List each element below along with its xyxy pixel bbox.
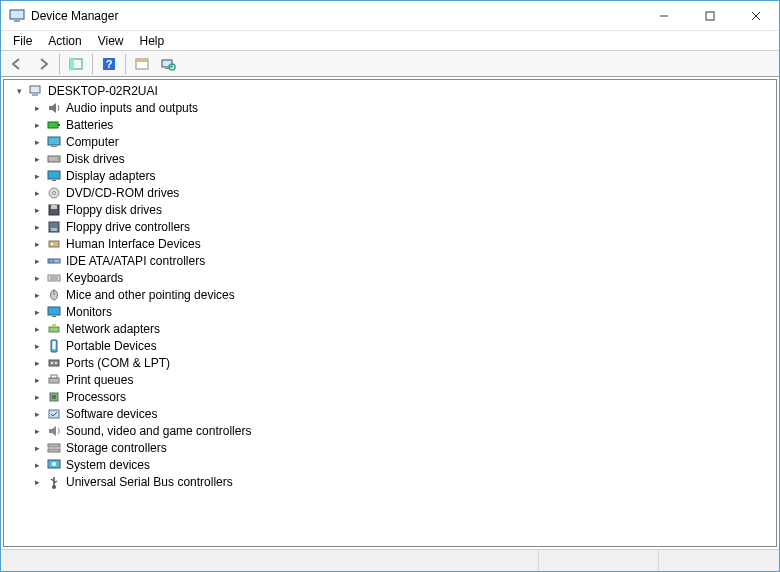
expander-icon[interactable]: ▸ <box>30 390 44 404</box>
tree-category-node[interactable]: ▸Floppy drive controllers <box>8 218 776 235</box>
expander-icon[interactable]: ▸ <box>30 322 44 336</box>
tree-node-label: Software devices <box>66 407 157 421</box>
svg-rect-1 <box>14 20 20 22</box>
tree-category-node[interactable]: ▸Batteries <box>8 116 776 133</box>
forward-button[interactable] <box>31 53 55 75</box>
optical-icon <box>46 185 62 201</box>
expander-icon[interactable]: ▸ <box>30 135 44 149</box>
ide-icon <box>46 253 62 269</box>
svg-rect-19 <box>48 137 60 145</box>
tree-category-node[interactable]: ▸Mice and other pointing devices <box>8 286 776 303</box>
tree-category-node[interactable]: ▸Computer <box>8 133 776 150</box>
svg-rect-7 <box>70 59 74 69</box>
menu-action[interactable]: Action <box>40 33 89 49</box>
menu-file[interactable]: File <box>5 33 40 49</box>
show-hide-console-tree-button[interactable] <box>64 53 88 75</box>
toolbar-separator <box>92 54 93 74</box>
minimize-button[interactable] <box>641 1 687 30</box>
expander-icon[interactable]: ▸ <box>30 339 44 353</box>
hid-icon <box>46 236 62 252</box>
tree-node-label: Ports (COM & LPT) <box>66 356 170 370</box>
expander-icon[interactable]: ▸ <box>30 101 44 115</box>
expander-icon[interactable]: ▸ <box>30 356 44 370</box>
menubar: File Action View Help <box>1 31 779 51</box>
expander-icon[interactable]: ▸ <box>30 169 44 183</box>
svg-rect-54 <box>49 410 59 418</box>
tree-node-label: Floppy drive controllers <box>66 220 190 234</box>
back-button[interactable] <box>5 53 29 75</box>
tree-category-node[interactable]: ▸Software devices <box>8 405 776 422</box>
tree-category-node[interactable]: ▸Processors <box>8 388 776 405</box>
tree-category-node[interactable]: ▸Ports (COM & LPT) <box>8 354 776 371</box>
ports-icon <box>46 355 62 371</box>
tree-category-node[interactable]: ▸Portable Devices <box>8 337 776 354</box>
tree-category-node[interactable]: ▸Audio inputs and outputs <box>8 99 776 116</box>
window-controls <box>641 1 779 30</box>
close-button[interactable] <box>733 1 779 30</box>
expander-icon[interactable]: ▸ <box>30 271 44 285</box>
help-button[interactable]: ? <box>97 53 121 75</box>
expander-icon[interactable]: ▸ <box>30 186 44 200</box>
tree-node-label: Display adapters <box>66 169 155 183</box>
audio-icon <box>46 100 62 116</box>
tree-category-node[interactable]: ▸Display adapters <box>8 167 776 184</box>
statusbar-pane <box>659 550 779 571</box>
tree-category-node[interactable]: ▸Storage controllers <box>8 439 776 456</box>
maximize-button[interactable] <box>687 1 733 30</box>
tree-category-node[interactable]: ▸Human Interface Devices <box>8 235 776 252</box>
window-title: Device Manager <box>31 9 641 23</box>
properties-button[interactable] <box>130 53 154 75</box>
expander-icon[interactable]: ▸ <box>30 441 44 455</box>
svg-rect-42 <box>52 316 56 317</box>
expander-icon[interactable]: ▸ <box>30 203 44 217</box>
floppy-icon <box>46 202 62 218</box>
expander-icon[interactable]: ▾ <box>12 84 26 98</box>
tree-category-node[interactable]: ▸IDE ATA/ATAPI controllers <box>8 252 776 269</box>
expander-icon[interactable]: ▸ <box>30 288 44 302</box>
expander-icon[interactable]: ▸ <box>30 475 44 489</box>
tree-root-node[interactable]: ▾DESKTOP-02R2UAI <box>8 82 776 99</box>
expander-icon[interactable]: ▸ <box>30 407 44 421</box>
tree-category-node[interactable]: ▸Sound, video and game controllers <box>8 422 776 439</box>
tree-category-node[interactable]: ▸Print queues <box>8 371 776 388</box>
tree-node-label: Mice and other pointing devices <box>66 288 235 302</box>
tree-category-node[interactable]: ▸Monitors <box>8 303 776 320</box>
tree-node-label: Network adapters <box>66 322 160 336</box>
toolbar: ? <box>1 51 779 77</box>
storage-icon <box>46 440 62 456</box>
tree-category-node[interactable]: ▸Network adapters <box>8 320 776 337</box>
menu-help[interactable]: Help <box>132 33 173 49</box>
portable-icon <box>46 338 62 354</box>
expander-icon[interactable]: ▸ <box>30 118 44 132</box>
mouse-icon <box>46 287 62 303</box>
tree-node-label: IDE ATA/ATAPI controllers <box>66 254 205 268</box>
scan-hardware-button[interactable] <box>156 53 180 75</box>
expander-icon[interactable]: ▸ <box>30 254 44 268</box>
device-tree[interactable]: ▾DESKTOP-02R2UAI▸Audio inputs and output… <box>3 79 777 547</box>
svg-rect-15 <box>30 86 40 93</box>
expander-icon[interactable]: ▸ <box>30 220 44 234</box>
expander-icon[interactable]: ▸ <box>30 305 44 319</box>
svg-rect-3 <box>706 12 714 20</box>
expander-icon[interactable]: ▸ <box>30 458 44 472</box>
expander-icon[interactable]: ▸ <box>30 424 44 438</box>
tree-category-node[interactable]: ▸Floppy disk drives <box>8 201 776 218</box>
expander-icon[interactable]: ▸ <box>30 237 44 251</box>
expander-icon[interactable]: ▸ <box>30 373 44 387</box>
toolbar-separator <box>59 54 60 74</box>
svg-rect-16 <box>32 94 38 96</box>
sound-icon <box>46 423 62 439</box>
tree-category-node[interactable]: ▸Keyboards <box>8 269 776 286</box>
tree-node-label: Keyboards <box>66 271 123 285</box>
tree-category-node[interactable]: ▸Disk drives <box>8 150 776 167</box>
tree-node-label: Storage controllers <box>66 441 167 455</box>
computer-root-icon <box>28 83 44 99</box>
tree-category-node[interactable]: ▸Universal Serial Bus controllers <box>8 473 776 490</box>
tree-category-node[interactable]: ▸System devices <box>8 456 776 473</box>
svg-rect-0 <box>10 10 24 19</box>
tree-category-node[interactable]: ▸DVD/CD-ROM drives <box>8 184 776 201</box>
expander-icon[interactable]: ▸ <box>30 152 44 166</box>
svg-rect-56 <box>48 449 60 452</box>
menu-view[interactable]: View <box>90 33 132 49</box>
svg-rect-36 <box>48 275 60 281</box>
